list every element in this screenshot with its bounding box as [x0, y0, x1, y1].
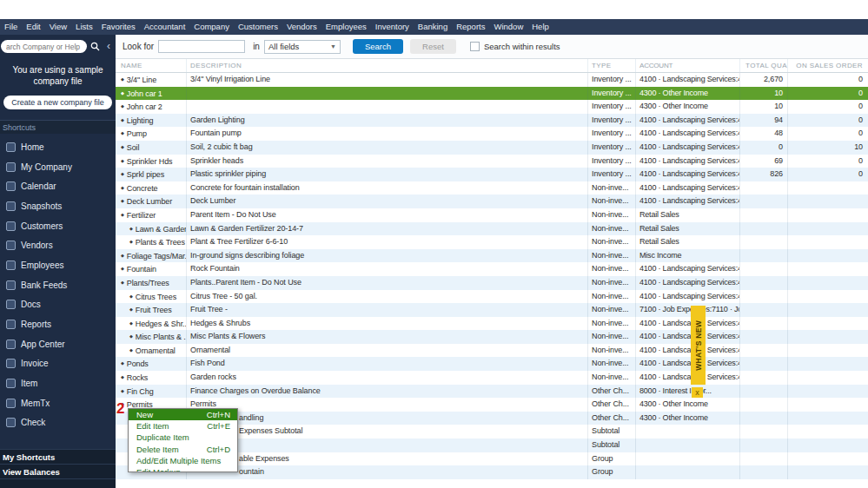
- search-icon[interactable]: [87, 40, 103, 54]
- item-description: Finance Charges on Overdue Balance: [187, 385, 588, 399]
- table-row[interactable]: ◆Misc Plants & ...Misc Plants & FlowersN…: [116, 330, 868, 344]
- context-menu-item-duplicate-item[interactable]: Duplicate Item: [129, 432, 237, 443]
- item-name: ◆Pump: [116, 127, 187, 141]
- menu-vendors[interactable]: Vendors: [282, 19, 321, 35]
- table-row[interactable]: ◆PumpFountain pumpInventory ...4100 · La…: [116, 127, 868, 141]
- item-type: Non-inve...: [588, 276, 636, 290]
- menu-edit[interactable]: Edit: [22, 19, 44, 35]
- menu-reports[interactable]: Reports: [452, 19, 489, 35]
- menu-company[interactable]: Company: [189, 19, 234, 35]
- sidebar-item-docs[interactable]: Docs: [0, 295, 116, 315]
- sidebar-item-calendar[interactable]: Calendar: [0, 176, 116, 196]
- search-button[interactable]: Search: [353, 39, 403, 54]
- menu-file[interactable]: File: [0, 19, 22, 35]
- sidebar-item-item[interactable]: Item: [0, 373, 116, 393]
- column-header-description[interactable]: DESCRIPTION: [187, 59, 588, 72]
- table-row[interactable]: ◆LightingGarden LightingInventory ...410…: [116, 114, 868, 128]
- menu-accountant[interactable]: Accountant: [140, 19, 190, 35]
- sidebar-item-customers[interactable]: Customers: [0, 216, 116, 236]
- menu-inventory[interactable]: Inventory: [371, 19, 414, 35]
- item-description: Fountain pump: [187, 127, 588, 141]
- table-row[interactable]: ◆Hedges & Shr...Hedges & ShrubsNon-inve.…: [116, 317, 868, 331]
- table-row[interactable]: ◆Foliage Tags/Mar...In-ground signs desc…: [116, 249, 868, 263]
- sidebar-item-vendors[interactable]: Vendors: [0, 235, 116, 255]
- item-name: ◆Lighting: [116, 114, 187, 128]
- table-row[interactable]: ◆OrnamentalOrnamentalNon-inve...4100 · L…: [116, 344, 868, 358]
- table-row[interactable]: ◆Plants/TreesPlants..Parent Item - Do No…: [116, 276, 868, 290]
- table-row[interactable]: ◆SoilSoil, 2 cubic ft bagInventory ...41…: [116, 141, 868, 155]
- item-description: Lawn & Garden Fertilizer 20-14-7: [187, 222, 588, 236]
- sidebar-item-label: Reports: [21, 320, 51, 329]
- item-on-sales-order: [788, 425, 868, 439]
- column-header-account[interactable]: ACCOUNT: [636, 59, 740, 72]
- item-name: ◆Ornamental: [116, 344, 187, 358]
- table-row[interactable]: ◆RocksGarden rocksNon-inve...4100 · Land…: [116, 371, 868, 385]
- menu-bar: FileEditViewListsFavoritesAccountantComp…: [0, 19, 868, 35]
- sidebar-item-label: App Center: [21, 340, 65, 349]
- column-header-name[interactable]: NAME: [116, 59, 187, 72]
- sidebar-item-label: Invoice: [21, 359, 49, 368]
- field-select[interactable]: All fields ▼: [264, 40, 341, 54]
- table-row[interactable]: ◆Deck LumberDeck LumberNon-inve...4100 ·…: [116, 195, 868, 208]
- context-menu-item-add-edit-multiple-items[interactable]: Add/Edit Multiple Items: [129, 455, 237, 466]
- sidebar-item-reports[interactable]: Reports: [0, 314, 116, 334]
- sidebar-item-app-center[interactable]: App Center: [0, 334, 116, 354]
- column-header-type[interactable]: TYPE: [588, 59, 636, 72]
- sidebar-footer-my-shortcuts[interactable]: My Shortcuts: [0, 449, 116, 464]
- menu-window[interactable]: Window: [489, 19, 527, 35]
- table-row[interactable]: ◆ConcreteConcrete for fountain installat…: [116, 181, 868, 195]
- table-row[interactable]: ◆John car 1Inventory ...4300 · Other Inc…: [116, 87, 868, 101]
- table-row[interactable]: ◆3/4" Line3/4" Vinyl Irrigation LineInve…: [116, 73, 868, 87]
- sidebar-item-employees[interactable]: Employees: [0, 255, 116, 275]
- item-description: Plants..Parent Item - Do Not Use: [187, 276, 588, 290]
- column-header-total-qua[interactable]: TOTAL QUA...: [740, 59, 788, 72]
- table-row[interactable]: ◆FountainRock FountainNon-inve...4100 · …: [116, 262, 868, 276]
- table-row[interactable]: ◆Citrus TreesCitrus Tree - 50 gal.Non-in…: [116, 290, 868, 304]
- chevron-down-icon: ▼: [330, 43, 336, 49]
- menu-help[interactable]: Help: [527, 19, 553, 35]
- table-row[interactable]: ◆Fin ChgFinance Charges on Overdue Balan…: [116, 385, 868, 399]
- reset-button[interactable]: Reset: [410, 39, 456, 54]
- menu-favorites[interactable]: Favorites: [97, 19, 140, 35]
- item-description: Misc Plants & Flowers: [187, 330, 588, 344]
- table-row[interactable]: ◆Lawn & GardenLawn & Garden Fertilizer 2…: [116, 222, 868, 236]
- menu-banking[interactable]: Banking: [414, 19, 452, 35]
- table-row[interactable]: ◆Sprinkler HdsSprinkler headsInventory .…: [116, 155, 868, 168]
- table-row[interactable]: ◆Fruit TreesFruit Tree -Non-inve...7100 …: [116, 303, 868, 317]
- calendar-icon: [6, 181, 16, 191]
- sidebar-item-bank-feeds[interactable]: Bank Feeds: [0, 275, 116, 295]
- column-header-on-sales-order[interactable]: ON SALES ORDER: [788, 59, 868, 72]
- item-account: 4100 · Landscaping Services:411...: [636, 371, 740, 385]
- menu-lists[interactable]: Lists: [71, 19, 97, 35]
- sidebar-item-memtx[interactable]: MemTx: [0, 393, 116, 413]
- sidebar-item-my-company[interactable]: My Company: [0, 157, 116, 177]
- menu-employees[interactable]: Employees: [321, 19, 371, 35]
- sidebar-item-check[interactable]: Check: [0, 413, 116, 433]
- context-menu-item-new[interactable]: NewCtrl+N: [129, 409, 237, 420]
- sidebar-item-invoice[interactable]: Invoice: [0, 354, 116, 374]
- context-menu-item-edit-markup[interactable]: Edit Markup: [129, 466, 237, 472]
- sidebar-item-home[interactable]: Home: [0, 137, 116, 157]
- item-on-sales-order: 0: [788, 100, 868, 114]
- sidebar-footer-view-balances[interactable]: View Balances: [0, 464, 116, 478]
- create-company-button[interactable]: Create a new company file: [3, 96, 112, 109]
- menu-view[interactable]: View: [45, 19, 71, 35]
- look-for-input[interactable]: [158, 40, 245, 53]
- item-name-text: Fertilizer: [127, 210, 156, 219]
- sidebar-collapse-icon[interactable]: ‹: [103, 40, 115, 54]
- item-diamond-icon: ◆: [129, 333, 133, 339]
- menu-customers[interactable]: Customers: [234, 19, 282, 35]
- table-row[interactable]: ◆John car 2Inventory ...4300 · Other Inc…: [116, 100, 868, 114]
- table-row[interactable]: ◆PondsFish PondNon-inve...4100 · Landsca…: [116, 357, 868, 371]
- context-menu-item-delete-item[interactable]: Delete ItemCtrl+D: [129, 444, 237, 455]
- whats-new-close-icon[interactable]: x: [692, 387, 703, 398]
- context-menu-item-edit-item[interactable]: Edit ItemCtrl+E: [129, 420, 237, 432]
- whats-new-tab[interactable]: WHAT'S NEW: [691, 306, 706, 385]
- item-account: [636, 465, 740, 479]
- search-within-results-checkbox[interactable]: [470, 42, 480, 51]
- table-row[interactable]: ◆FertilizerParent Item - Do Not UseNon-i…: [116, 208, 868, 222]
- table-row[interactable]: ◆Sprkl pipesPlastic sprinkler pipingInve…: [116, 168, 868, 181]
- table-row[interactable]: ◆Plants & TreesPlant & Tree Fertilizer 6…: [116, 235, 868, 249]
- sidebar-item-snapshots[interactable]: Snapshots: [0, 196, 116, 216]
- company-help-search-input[interactable]: [1, 40, 87, 53]
